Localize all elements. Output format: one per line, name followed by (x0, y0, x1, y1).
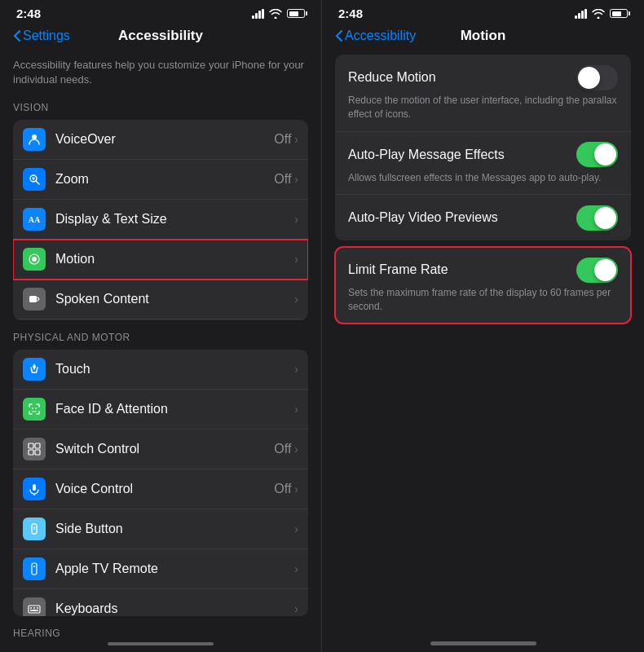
switch-control-value: Off (274, 442, 291, 456)
motion-settings-group: Reduce Motion Reduce the motion of the u… (335, 55, 631, 240)
right-home-indicator (430, 641, 536, 645)
keyboards-icon (23, 597, 46, 616)
right-time: 2:48 (338, 7, 363, 20)
keyboards-label: Keyboards (55, 601, 294, 616)
touch-icon (23, 358, 46, 381)
right-back-button[interactable]: Accessibility (335, 29, 416, 43)
battery-icon (287, 9, 305, 18)
svg-point-9 (33, 365, 36, 368)
keyboards-item[interactable]: Keyboards › (13, 589, 308, 616)
zoom-value: Off (274, 172, 291, 187)
section-vision-header: VISION (0, 97, 321, 117)
left-status-icons (252, 9, 305, 19)
right-wifi-icon (592, 9, 605, 19)
reduce-motion-label: Reduce Motion (348, 70, 436, 85)
voiceover-chevron-icon: › (294, 133, 298, 146)
limit-frame-rate-group: Limit Frame Rate Sets the maximum frame … (335, 247, 631, 324)
voice-control-chevron-icon: › (294, 482, 298, 496)
switch-control-label: Switch Control (55, 442, 274, 456)
left-home-indicator (108, 642, 214, 645)
side-button-chevron-icon: › (294, 522, 298, 535)
svg-point-11 (35, 408, 37, 409)
limit-frame-rate-desc: Sets the maximum frame rate of the displ… (348, 286, 618, 314)
spoken-content-item[interactable]: Spoken Content › (13, 280, 308, 319)
voiceover-icon (23, 128, 46, 151)
auto-play-message-toggle[interactable] (576, 142, 618, 167)
faceid-label: Face ID & Attention (55, 402, 294, 416)
voice-control-value: Off (274, 482, 291, 496)
svg-rect-16 (33, 484, 36, 491)
spoken-content-label: Spoken Content (55, 292, 294, 306)
svg-rect-13 (35, 443, 40, 448)
display-text-icon: AA (23, 208, 46, 231)
svg-rect-22 (29, 606, 40, 613)
left-nav-bar: Settings Accessibility (0, 24, 321, 51)
switch-control-icon (23, 438, 46, 460)
zoom-chevron-icon: › (294, 173, 298, 186)
spoken-content-icon (23, 288, 46, 311)
faceid-icon (23, 398, 46, 421)
voiceover-label: VoiceOver (55, 132, 274, 147)
left-back-button[interactable]: Settings (13, 29, 70, 43)
voice-control-item[interactable]: Voice Control Off › (13, 469, 308, 509)
svg-point-0 (32, 134, 37, 139)
appletv-remote-label: Apple TV Remote (55, 562, 294, 576)
appletv-remote-icon (23, 557, 46, 580)
svg-rect-12 (29, 443, 33, 448)
zoom-icon (23, 168, 46, 191)
right-signal-icon (575, 9, 587, 19)
back-chevron-icon (13, 29, 21, 42)
svg-rect-14 (29, 450, 33, 455)
touch-label: Touch (55, 362, 294, 377)
faceid-item[interactable]: Face ID & Attention › (13, 390, 308, 430)
right-back-label: Accessibility (345, 29, 416, 43)
svg-rect-20 (32, 563, 37, 575)
touch-item[interactable]: Touch › (13, 350, 308, 390)
section-physical-header: PHYSICAL AND MOTOR (0, 327, 321, 346)
left-back-label: Settings (23, 29, 70, 43)
auto-play-message-label: Auto-Play Message Effects (348, 148, 505, 162)
voice-control-label: Voice Control (55, 482, 274, 496)
auto-play-video-toggle[interactable] (576, 205, 618, 231)
left-nav-title: Accessibility (118, 28, 203, 44)
display-text-chevron-icon: › (294, 213, 298, 226)
svg-point-5 (32, 257, 37, 262)
left-status-bar: 2:48 (0, 0, 321, 24)
signal-icon (252, 9, 264, 19)
physical-settings-group: Touch › Face ID & Attention › (13, 350, 308, 616)
switch-control-chevron-icon: › (294, 443, 298, 456)
limit-frame-rate-toggle[interactable] (576, 258, 618, 283)
right-nav-bar: Accessibility Motion (322, 24, 644, 51)
display-text-item[interactable]: AA Display & Text Size › (13, 200, 308, 240)
zoom-item[interactable]: Zoom Off › (13, 160, 308, 200)
right-battery-icon (610, 9, 628, 18)
side-button-icon (23, 518, 46, 540)
voiceover-item[interactable]: VoiceOver Off › (13, 120, 308, 160)
motion-item[interactable]: Motion › (13, 240, 308, 280)
reduce-motion-toggle[interactable] (576, 65, 618, 90)
section-hearing-header: HEARING (0, 623, 321, 642)
svg-point-21 (33, 566, 35, 567)
keyboards-chevron-icon: › (294, 602, 298, 615)
switch-control-item[interactable]: Switch Control Off › (13, 430, 308, 469)
display-text-label: Display & Text Size (55, 212, 294, 227)
faceid-chevron-icon: › (294, 403, 298, 416)
limit-frame-rate-label: Limit Frame Rate (348, 262, 448, 277)
auto-play-message-item: Auto-Play Message Effects Allows fullscr… (335, 132, 631, 196)
auto-play-video-item: Auto-Play Video Previews (335, 195, 631, 240)
right-status-bar: 2:48 (322, 0, 644, 24)
motion-label: Motion (55, 252, 294, 267)
voiceover-value: Off (274, 132, 291, 147)
auto-play-video-label: Auto-Play Video Previews (348, 210, 498, 225)
svg-rect-7 (29, 296, 37, 302)
voice-control-icon (23, 478, 46, 500)
side-button-item[interactable]: Side Button › (13, 509, 308, 549)
appletv-remote-chevron-icon: › (294, 562, 298, 575)
right-phone-panel: 2:48 Accessi (322, 0, 644, 652)
limit-frame-rate-item: Limit Frame Rate Sets the maximum frame … (335, 247, 631, 324)
svg-point-10 (32, 408, 33, 409)
appletv-remote-item[interactable]: Apple TV Remote › (13, 549, 308, 589)
auto-play-message-desc: Allows fullscreen effects in the Message… (348, 171, 618, 185)
left-phone-panel: 2:48 (0, 0, 322, 652)
side-button-label: Side Button (55, 522, 294, 536)
